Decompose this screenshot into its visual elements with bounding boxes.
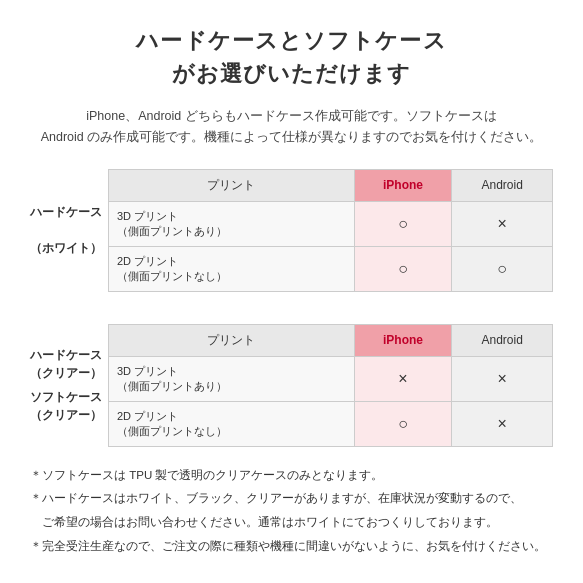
table2-soft-line2: （クリアー）	[30, 408, 102, 422]
title-line1: ハードケースとソフトケース	[136, 28, 446, 53]
table2-col-print: プリント	[109, 324, 355, 356]
table2-row1-android: ×	[452, 356, 553, 401]
notes-section: ＊ソフトケースは TPU 製で透明のクリアケースのみとなります。 ＊ハードケース…	[30, 465, 553, 558]
table2: プリント iPhone Android 3D プリント（側面プリントあり） × …	[108, 324, 553, 447]
table-row: 3D プリント（側面プリントあり） × ×	[109, 356, 553, 401]
note-3: ＊完全受注生産なので、ご注文の際に種類や機種に間違いがないように、お気を付けくだ…	[30, 536, 553, 558]
note-2b: ご希望の場合はお問い合わせください。通常はホワイトにておつくりしております。	[30, 512, 553, 534]
table2-header-hard: ハードケース （クリアー）	[30, 346, 102, 382]
note-2: ＊ハードケースはホワイト、ブラック、クリアーがありますが、在庫状況が変動するので…	[30, 488, 553, 510]
note-1: ＊ソフトケースは TPU 製で透明のクリアケースのみとなります。	[30, 465, 553, 487]
table2-row-header: ハードケース （クリアー） ソフトケース （クリアー）	[30, 324, 108, 447]
table2-row2-android: ×	[452, 401, 553, 446]
table1-row2-android: ○	[452, 246, 553, 291]
table2-row2-iphone: ○	[354, 401, 452, 446]
table1-header-line2: （ホワイト）	[30, 239, 102, 257]
table1-col-android: Android	[452, 169, 553, 201]
table2-header-soft: ソフトケース （クリアー）	[30, 388, 102, 424]
table1-row2-iphone: ○	[354, 246, 452, 291]
table1-col-iphone: iPhone	[354, 169, 452, 201]
table-row: 3D プリント（側面プリントあり） ○ ×	[109, 201, 553, 246]
table1-header-line1: ハードケース	[30, 203, 102, 221]
table1-wrapper: ハードケース （ホワイト） プリント iPhone Android 3D プリン…	[30, 169, 553, 292]
page-title: ハードケースとソフトケース がお選びいただけます	[30, 24, 553, 90]
table2-row1-iphone: ×	[354, 356, 452, 401]
table2-col-android: Android	[452, 324, 553, 356]
table1: プリント iPhone Android 3D プリント（側面プリントあり） ○ …	[108, 169, 553, 292]
table2-hard-line2: （クリアー）	[30, 366, 102, 380]
subtitle-text: iPhone、Android どちらもハードケース作成可能です。ソフトケースは …	[30, 106, 553, 149]
table1-row-header: ハードケース （ホワイト）	[30, 169, 108, 292]
table2-section: ハードケース （クリアー） ソフトケース （クリアー） プリント iPhone …	[30, 324, 553, 447]
table2-row2-print: 2D プリント（側面プリントなし）	[109, 401, 355, 446]
table-row: 2D プリント（側面プリントなし） ○ ○	[109, 246, 553, 291]
table2-soft-line1: ソフトケース	[30, 390, 102, 404]
table1-section: ハードケース （ホワイト） プリント iPhone Android 3D プリン…	[30, 169, 553, 292]
table1-row2-print: 2D プリント（側面プリントなし）	[109, 246, 355, 291]
title-line2: がお選びいただけます	[172, 61, 412, 86]
table2-hard-line1: ハードケース	[30, 348, 102, 362]
table2-row1-print: 3D プリント（側面プリントあり）	[109, 356, 355, 401]
table1-row1-android: ×	[452, 201, 553, 246]
table-row: 2D プリント（側面プリントなし） ○ ×	[109, 401, 553, 446]
table1-col-print: プリント	[109, 169, 355, 201]
table1-row1-print: 3D プリント（側面プリントあり）	[109, 201, 355, 246]
table1-row1-iphone: ○	[354, 201, 452, 246]
table2-wrapper: ハードケース （クリアー） ソフトケース （クリアー） プリント iPhone …	[30, 324, 553, 447]
table2-col-iphone: iPhone	[354, 324, 452, 356]
